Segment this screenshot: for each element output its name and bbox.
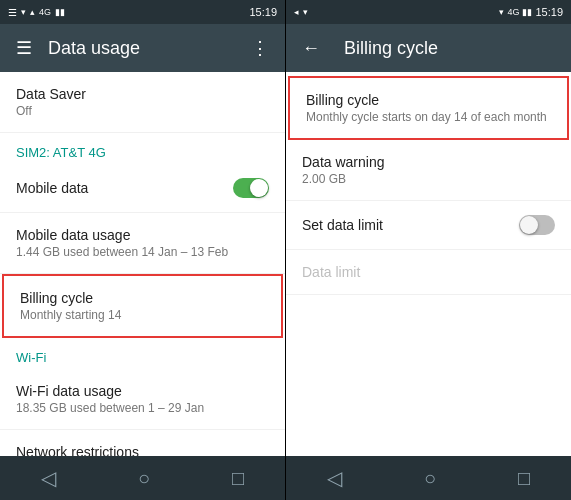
- wifi-status-icon: ▴: [30, 7, 35, 17]
- billing-cycle-item[interactable]: Billing cycle Monthly starting 14: [2, 274, 283, 338]
- recents-nav-icon[interactable]: □: [232, 467, 244, 490]
- more-options-icon[interactable]: ⋮: [251, 37, 269, 59]
- left-bottom-nav: ◁ ○ □: [0, 456, 285, 500]
- right-billing-cycle-item[interactable]: Billing cycle Monthly cycle starts on da…: [288, 76, 569, 140]
- right-recents-nav-icon[interactable]: □: [518, 467, 530, 490]
- billing-cycle-title: Billing cycle: [20, 290, 265, 306]
- right-toolbar-title: Billing cycle: [344, 38, 555, 59]
- network-type-icon: 4G: [39, 7, 51, 17]
- wifi-header: Wi-Fi: [0, 338, 285, 369]
- data-limit-item: Data limit: [286, 250, 571, 295]
- right-status-bar: ◂ ▾ ▾ 4G ▮▮ 15:19: [286, 0, 571, 24]
- toggle-knob: [250, 179, 268, 197]
- wifi-data-usage-subtitle: 18.35 GB used between 1 – 29 Jan: [16, 401, 269, 415]
- data-saver-title: Data Saver: [16, 86, 269, 102]
- mobile-data-usage-subtitle: 1.44 GB used between 14 Jan – 13 Feb: [16, 245, 269, 259]
- menu-status-icon: ☰: [8, 7, 17, 18]
- left-time: 15:19: [249, 6, 277, 18]
- right-home-nav-icon[interactable]: ○: [424, 467, 436, 490]
- right-back-nav-icon[interactable]: ◁: [327, 466, 342, 490]
- set-data-limit-toggle[interactable]: [519, 215, 555, 235]
- right-status-right: ▾ 4G ▮▮ 15:19: [499, 6, 563, 18]
- right-content: Billing cycle Monthly cycle starts on da…: [286, 72, 571, 456]
- right-signal-icon: ▾: [499, 7, 504, 17]
- battery-icon: ▮▮: [55, 7, 65, 17]
- mobile-data-usage-title: Mobile data usage: [16, 227, 269, 243]
- left-status-right: 15:19: [249, 6, 277, 18]
- right-billing-cycle-subtitle: Monthly cycle starts on day 14 of each m…: [306, 110, 551, 124]
- left-content: Data Saver Off SIM2: AT&T 4G Mobile data…: [0, 72, 285, 456]
- set-data-limit-item[interactable]: Set data limit: [286, 201, 571, 250]
- right-notification-icon: ◂: [294, 7, 299, 17]
- data-saver-subtitle: Off: [16, 104, 269, 118]
- data-saver-item[interactable]: Data Saver Off: [0, 72, 285, 133]
- left-toolbar: ☰ Data usage ⋮: [0, 24, 285, 72]
- mobile-data-title: Mobile data: [16, 180, 88, 196]
- right-battery-icon: ▮▮: [522, 7, 532, 17]
- right-status-left: ◂ ▾: [294, 7, 308, 17]
- data-warning-item[interactable]: Data warning 2.00 GB: [286, 140, 571, 201]
- signal-icon: ▾: [21, 7, 26, 17]
- wifi-data-usage-title: Wi-Fi data usage: [16, 383, 269, 399]
- left-panel: ☰ ▾ ▴ 4G ▮▮ 15:19 ☰ Data usage ⋮ Data Sa…: [0, 0, 285, 500]
- mobile-data-item[interactable]: Mobile data: [0, 164, 285, 213]
- data-warning-title: Data warning: [302, 154, 555, 170]
- sim2-header: SIM2: AT&T 4G: [0, 133, 285, 164]
- hamburger-menu-icon[interactable]: ☰: [16, 37, 32, 59]
- right-network-type-icon: 4G: [507, 7, 519, 17]
- data-limit-title: Data limit: [302, 264, 555, 280]
- right-time: 15:19: [535, 6, 563, 18]
- left-toolbar-title: Data usage: [48, 38, 235, 59]
- mobile-data-toggle[interactable]: [233, 178, 269, 198]
- network-restrictions-title: Network restrictions: [16, 444, 269, 456]
- data-warning-subtitle: 2.00 GB: [302, 172, 555, 186]
- home-nav-icon[interactable]: ○: [138, 467, 150, 490]
- right-bottom-nav: ◁ ○ □: [286, 456, 571, 500]
- right-location-icon: ▾: [303, 7, 308, 17]
- wifi-data-usage-item[interactable]: Wi-Fi data usage 18.35 GB used between 1…: [0, 369, 285, 430]
- back-nav-icon[interactable]: ◁: [41, 466, 56, 490]
- mobile-data-usage-item[interactable]: Mobile data usage 1.44 GB used between 1…: [0, 213, 285, 274]
- right-billing-cycle-title: Billing cycle: [306, 92, 551, 108]
- toggle-off-knob: [520, 216, 538, 234]
- set-data-limit-title: Set data limit: [302, 217, 383, 233]
- left-status-left: ☰ ▾ ▴ 4G ▮▮: [8, 7, 65, 18]
- left-status-bar: ☰ ▾ ▴ 4G ▮▮ 15:19: [0, 0, 285, 24]
- right-toolbar: ← Billing cycle: [286, 24, 571, 72]
- billing-cycle-subtitle: Monthly starting 14: [20, 308, 265, 322]
- back-button[interactable]: ←: [302, 38, 320, 59]
- network-restrictions-item[interactable]: Network restrictions: [0, 430, 285, 456]
- right-panel: ◂ ▾ ▾ 4G ▮▮ 15:19 ← Billing cycle Billin…: [286, 0, 571, 500]
